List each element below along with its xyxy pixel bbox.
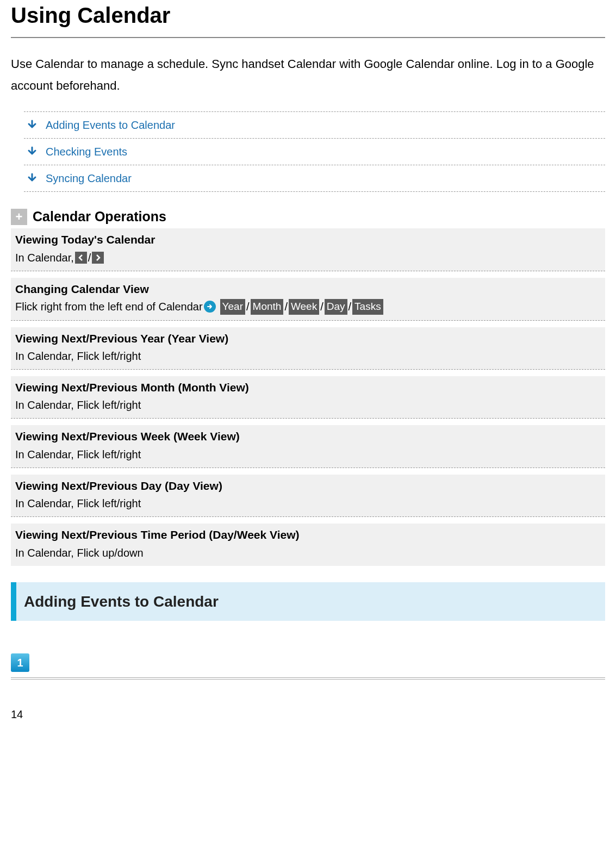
op-text: In Calendar, xyxy=(15,250,74,265)
separator: / xyxy=(88,250,91,265)
op-viewing-today: Viewing Today's Calendar In Calendar, / xyxy=(11,228,605,271)
toc-label: Adding Events to Calendar xyxy=(46,117,175,133)
operations-heading: Calendar Operations xyxy=(33,207,166,226)
separator: / xyxy=(320,299,323,314)
op-title: Changing Calendar View xyxy=(15,281,601,297)
chip-tasks: Tasks xyxy=(352,299,383,315)
op-title: Viewing Next/Previous Time Period (Day/W… xyxy=(15,527,601,543)
op-changing-view: Changing Calendar View Flick right from … xyxy=(11,278,605,321)
toc-item-checking-events[interactable]: Checking Events xyxy=(24,139,605,165)
op-body: In Calendar, Flick left/right xyxy=(15,496,601,511)
chip-day: Day xyxy=(325,299,347,315)
op-body: In Calendar, Flick left/right xyxy=(15,348,601,364)
op-title: Viewing Next/Previous Year (Year View) xyxy=(15,331,601,346)
separator: / xyxy=(284,299,288,314)
chip-month: Month xyxy=(251,299,284,315)
toc-label: Checking Events xyxy=(46,144,127,159)
section-heading-adding-events: Adding Events to Calendar xyxy=(11,582,605,621)
op-next-prev-day: Viewing Next/Previous Day (Day View) In … xyxy=(11,475,605,517)
op-title: Viewing Next/Previous Week (Week View) xyxy=(15,428,601,444)
toc-item-adding-events[interactable]: Adding Events to Calendar xyxy=(24,112,605,139)
op-next-prev-time-period: Viewing Next/Previous Time Period (Day/W… xyxy=(11,524,605,565)
chip-week: Week xyxy=(289,299,319,315)
toc-label: Syncing Calendar xyxy=(46,171,132,186)
separator: / xyxy=(246,299,250,314)
page-number: 14 xyxy=(11,707,605,722)
op-body: Flick right from the left end of Calenda… xyxy=(15,299,601,315)
op-next-prev-year: Viewing Next/Previous Year (Year View) I… xyxy=(11,327,605,370)
intro-paragraph: Use Calendar to manage a schedule. Sync … xyxy=(11,53,605,96)
operations-section: + Calendar Operations Viewing Today's Ca… xyxy=(11,207,605,565)
down-arrow-icon xyxy=(26,119,38,131)
op-body: In Calendar, Flick up/down xyxy=(15,545,601,560)
op-title: Viewing Next/Previous Month (Month View) xyxy=(15,379,601,395)
divider xyxy=(11,677,605,680)
op-text: Flick right from the left end of Calenda… xyxy=(15,299,203,314)
table-of-contents: Adding Events to Calendar Checking Event… xyxy=(24,111,605,192)
op-next-prev-week: Viewing Next/Previous Week (Week View) I… xyxy=(11,425,605,468)
step-number-badge: 1 xyxy=(11,653,29,672)
op-body: In Calendar, / xyxy=(15,250,601,265)
chevron-right-icon xyxy=(92,252,104,264)
toc-item-syncing-calendar[interactable]: Syncing Calendar xyxy=(24,165,605,192)
op-title: Viewing Next/Previous Day (Day View) xyxy=(15,478,601,494)
separator: / xyxy=(349,299,352,314)
op-body: In Calendar, Flick left/right xyxy=(15,447,601,462)
op-body: In Calendar, Flick left/right xyxy=(15,397,601,413)
down-arrow-icon xyxy=(26,172,38,184)
down-arrow-icon xyxy=(26,146,38,158)
arrow-right-circle-icon xyxy=(204,301,216,313)
op-title: Viewing Today's Calendar xyxy=(15,232,601,247)
chevron-left-icon xyxy=(75,252,87,264)
plus-icon: + xyxy=(11,209,27,225)
op-next-prev-month: Viewing Next/Previous Month (Month View)… xyxy=(11,376,605,419)
page-title: Using Calendar xyxy=(11,0,605,38)
chip-year: Year xyxy=(220,299,245,315)
